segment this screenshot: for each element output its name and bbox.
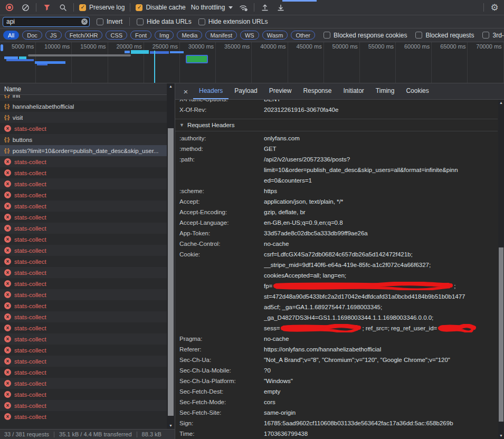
request-row[interactable]: ×stats-collect	[0, 311, 167, 322]
tab-cookies[interactable]: Cookies	[400, 83, 434, 99]
request-row[interactable]: ×stats-collect	[0, 256, 167, 267]
request-row[interactable]: {:}visit	[0, 112, 167, 123]
error-icon: ×	[4, 413, 11, 420]
details-scrollbar[interactable]: ▲ ▼	[498, 100, 504, 439]
header-row: :path:/api2/v2/users/20572336/posts?limi…	[175, 154, 498, 186]
clear-filter-icon[interactable]: ✕	[81, 18, 88, 25]
chip-js[interactable]: JS	[45, 31, 62, 40]
chip-media[interactable]: Media	[177, 31, 202, 40]
request-row[interactable]: ×stats-collect	[0, 411, 167, 422]
tab-headers[interactable]: Headers	[193, 83, 229, 99]
header-row: Cookie:csrf=LdfcGX4Sa72db06824c657db26a5…	[175, 249, 498, 333]
chip-manifest[interactable]: Manifest	[205, 31, 237, 40]
checkbox-3rd-party-requests[interactable]: 3rd-party requests	[482, 32, 504, 39]
selected-range-handle[interactable]	[1, 44, 3, 51]
request-row[interactable]: ×stats-collect	[0, 300, 167, 311]
preserve-log-checkbox[interactable]: Preserve log	[79, 4, 125, 11]
checkbox-blocked-requests[interactable]: Blocked requests	[415, 32, 474, 39]
request-row[interactable]: ×stats-collect	[0, 367, 167, 378]
request-row[interactable]: ×stats-collect	[0, 189, 167, 201]
scroll-down-icon[interactable]: ▼	[499, 433, 503, 439]
request-row[interactable]: ×stats-collect	[0, 178, 167, 189]
close-details-icon[interactable]: ×	[178, 83, 193, 99]
redaction-scribble	[438, 324, 476, 332]
filter-input[interactable]	[3, 17, 90, 27]
error-icon: ×	[4, 313, 11, 320]
hide-data-urls-checkbox[interactable]: Hide data URLs	[137, 18, 192, 25]
request-row[interactable]: ×stats-collect	[0, 201, 167, 212]
header-value-line: __stripe_mid=9df140f6-e64a-419e-85fc-a1c…	[264, 260, 498, 270]
import-har-icon[interactable]	[260, 2, 270, 13]
request-row[interactable]: {:}init	[0, 95, 167, 101]
hide-extension-urls-checkbox[interactable]: Hide extension URLs	[198, 18, 268, 25]
search-icon[interactable]	[58, 2, 68, 13]
chip-wasm[interactable]: Wasm	[262, 31, 288, 40]
request-list-scrollbar[interactable]: ▲ ▼	[167, 83, 175, 429]
request-row[interactable]: ×stats-collect	[0, 389, 167, 400]
request-row[interactable]: ×stats-collect	[0, 123, 167, 134]
request-headers-section[interactable]: ▼ Request Headers	[175, 119, 498, 131]
chip-all[interactable]: All	[3, 31, 19, 40]
scrollbar-thumb[interactable]	[168, 128, 174, 416]
chip-other[interactable]: Other	[291, 31, 315, 40]
tab-timing[interactable]: Timing	[370, 83, 401, 99]
header-name: Accept:	[179, 196, 264, 207]
scroll-down-icon[interactable]: ▼	[169, 423, 173, 429]
settings-gear-icon[interactable]: ⚙	[489, 2, 500, 13]
invert-checkbox[interactable]: Invert	[97, 18, 122, 25]
filter-toggle-icon[interactable]	[42, 2, 52, 13]
request-name: stats-collect	[14, 181, 46, 187]
header-name: Sec-Ch-Ua-Platform:	[179, 376, 264, 386]
header-row: Sec-Ch-Ua-Platform:"Windows"	[175, 376, 498, 386]
header-value: DENY	[264, 100, 498, 104]
request-row[interactable]: ×stats-collect	[0, 234, 167, 245]
network-conditions-icon[interactable]	[238, 2, 249, 13]
chip-ws[interactable]: WS	[240, 31, 259, 40]
scroll-up-icon[interactable]: ▲	[499, 100, 503, 106]
request-row[interactable]: ×stats-collect	[0, 167, 167, 178]
request-row[interactable]: ×stats-collect	[0, 212, 167, 223]
redaction-scribble	[273, 282, 453, 290]
header-value-line: 1703636799438	[264, 428, 498, 439]
request-row[interactable]: ×stats-collect	[0, 245, 167, 256]
timeline-column: 70000 ms	[468, 42, 503, 83]
request-row[interactable]: ×stats-collect	[0, 278, 167, 289]
request-row[interactable]: {:}hannahelizabethofficial	[0, 101, 167, 112]
chip-font[interactable]: Font	[130, 31, 151, 40]
timeline-column: 40000 ms	[252, 42, 288, 83]
disable-cache-checkbox[interactable]: Disable cache	[136, 4, 185, 11]
request-row[interactable]: ×stats-collect	[0, 156, 167, 167]
request-row[interactable]: {:}buttons	[0, 134, 167, 145]
timeline-tick-label: 5000 ms	[12, 43, 34, 50]
request-row[interactable]: ×stats-collect	[0, 356, 167, 367]
waterfall-bar	[6, 59, 34, 61]
chip-fetch-xhr[interactable]: Fetch/XHR	[65, 31, 103, 40]
scroll-up-icon[interactable]: ▲	[169, 83, 173, 90]
checkbox-blocked-response-cookies[interactable]: Blocked response cookies	[324, 32, 407, 39]
request-row[interactable]: ×stats-collect	[0, 223, 167, 234]
request-row[interactable]: ×stats-collect	[0, 267, 167, 278]
name-column-header[interactable]: Name	[0, 83, 175, 95]
tab-response[interactable]: Response	[297, 83, 337, 99]
record-button[interactable]	[4, 2, 15, 13]
network-overview[interactable]: 5000 ms10000 ms15000 ms20000 ms25000 ms3…	[0, 42, 504, 83]
chip-doc[interactable]: Doc	[22, 31, 42, 40]
request-row[interactable]: ×stats-collect	[0, 333, 167, 345]
tab-payload[interactable]: Payload	[229, 83, 263, 99]
request-row[interactable]: ×stats-collect	[0, 289, 167, 300]
export-har-icon[interactable]	[275, 2, 286, 13]
chip-css[interactable]: CSS	[106, 31, 127, 40]
chip-img[interactable]: Img	[155, 31, 174, 40]
clear-button[interactable]	[20, 2, 31, 13]
request-row[interactable]: ×stats-collect	[0, 322, 167, 333]
request-row[interactable]: ×stats-collect	[0, 345, 167, 356]
scrollbar-thumb[interactable]	[499, 247, 503, 422]
request-row[interactable]: ×stats-collect	[0, 378, 167, 389]
header-value-line: 202312261916-30670fa40e	[264, 104, 498, 115]
request-row[interactable]: ×stats-collect	[0, 400, 167, 411]
header-value-line: empty	[264, 386, 498, 397]
tab-preview[interactable]: Preview	[263, 83, 298, 99]
throttling-dropdown[interactable]: No throttling	[191, 4, 233, 11]
request-row[interactable]: {:}posts?limit=10&order=publish_date_des…	[0, 145, 167, 156]
tab-initiator[interactable]: Initiator	[337, 83, 369, 99]
